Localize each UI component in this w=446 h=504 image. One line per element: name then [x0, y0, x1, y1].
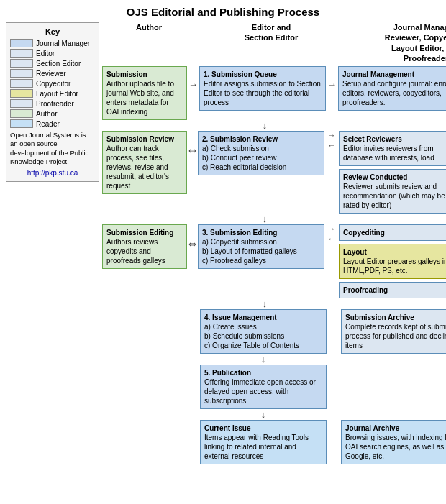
key-row-journal-manager: Journal Manager [10, 39, 95, 47]
key-label-reader: Reader [36, 120, 60, 128]
key-row-reviewer: Reviewer [10, 69, 95, 78]
arrows-row3: ↓ [102, 298, 446, 309]
box-submission-review-author: Submission Review Author can track proce… [102, 131, 187, 194]
key-swatch-proofreader [10, 99, 33, 108]
submission-author-body: Author uploads file to journal Web site,… [106, 79, 183, 116]
current-issue-title: Current Issue [204, 423, 322, 433]
key-row-editor: Editor [10, 49, 95, 58]
key-swatch-copyeditor [10, 79, 33, 88]
row-bottom: Current Issue Items appear with Reading … [102, 420, 446, 464]
arrows-row2: ↓ [102, 214, 446, 224]
box-layout: Layout Layout Editor prepares galleys in… [339, 244, 446, 279]
row-editing: Submission Editing Authors reviews copye… [102, 224, 446, 298]
journal-management-title: Journal Management [342, 70, 446, 79]
arrow-down-2: ↓ [201, 214, 328, 224]
submission-author-title: Submission [106, 70, 183, 79]
row-review: Submission Review Author can track proce… [102, 131, 446, 214]
key-label-section-editor: Section Editor [36, 60, 81, 68]
box-journal-archive: Journal Archive Browsing issues, with in… [341, 420, 446, 464]
box-select-reviewers: Select Reviewers Editor invites reviewer… [339, 131, 446, 166]
journal-archive-title: Journal Archive [345, 423, 446, 433]
submission-queue-body: Editor assigns submission to Section Edi… [204, 79, 322, 107]
arrow-submission-right: → [188, 79, 198, 90]
arrow-editing-right1: → [328, 224, 336, 233]
copyediting-title: Copyediting [343, 228, 446, 237]
arrow-review-dbl: ⇔ [188, 145, 196, 156]
arrow-queue-right: → [327, 79, 337, 90]
row-issue: 4. Issue Management a) Create issues b) … [102, 309, 446, 354]
row-publication: 5. Publication Offering immediate open a… [102, 365, 446, 409]
issue-management-body: a) Create issues b) Schedule submissions… [204, 322, 322, 350]
arrow-down-3: ↓ [201, 299, 328, 308]
box-submission-archive: Submission Archive Complete records kept… [341, 309, 446, 354]
arrow-review-right1: → [328, 131, 336, 139]
box-issue-management: 4. Issue Management a) Create issues b) … [200, 309, 327, 354]
key-label-proofreader: Proofreader [36, 100, 74, 108]
key-row-copyeditor: Copyeditor [10, 79, 95, 88]
row-submission: Submission Author uploads file to journa… [102, 66, 446, 120]
current-issue-body: Items appear with Reading Tools linking … [204, 433, 322, 461]
submission-archive-body: Complete records kept of submission proc… [345, 322, 446, 350]
submission-editing-author-body: Authors reviews copyedits and proofreads… [106, 237, 183, 265]
issue-management-title: 4. Issue Management [204, 313, 322, 322]
arrow-down-5: ↓ [200, 410, 327, 419]
proofreading-title: Proofreading [343, 285, 446, 295]
key-label-reviewer: Reviewer [36, 70, 66, 78]
arrow-review-left1: ← [328, 141, 336, 150]
box-current-issue: Current Issue Items appear with Reading … [200, 420, 327, 464]
arrow-down-4: ↓ [200, 354, 327, 364]
journal-archive-body: Browsing issues, with indexing by OAI se… [345, 433, 446, 461]
key-swatch-editor [10, 49, 33, 58]
diagram-area: Author Editor and Section Editor Journal… [102, 22, 446, 464]
submission-review-body: a) Check submission b) Conduct peer revi… [202, 144, 320, 172]
box-submission-review: 2. Submission Review a) Check submission… [198, 131, 324, 175]
submission-editing-body: a) Copyedit submission b) Layout of form… [202, 237, 320, 265]
publication-title: 5. Publication [204, 368, 322, 377]
key-label-layout-editor: Layout Editor [36, 90, 78, 98]
key-row-author: Author [10, 109, 95, 118]
key-row-proofreader: Proofreader [10, 99, 95, 108]
key-row-reader: Reader [10, 119, 95, 128]
key-label-editor: Editor [36, 50, 55, 58]
box-submission-author: Submission Author uploads file to journa… [102, 66, 187, 120]
column-headers: Author Editor and Section Editor Journal… [102, 22, 446, 63]
col-header-editor: Editor and Section Editor [196, 22, 347, 63]
arrow-down-1: ↓ [201, 121, 328, 130]
arrows-row4: ↓ [102, 354, 446, 365]
journal-management-body: Setup and configure journal: enroll edit… [342, 79, 446, 107]
page-title: OJS Editorial and Publishing Process [6, 6, 440, 18]
box-journal-management: Journal Management Setup and configure j… [338, 66, 446, 111]
submission-review-author-body: Author can track process, see files, rev… [106, 144, 183, 191]
col-header-author: Author [102, 22, 196, 63]
select-reviewers-body: Editor invites reviewers from database w… [343, 144, 446, 162]
key-swatch-section-editor [10, 59, 33, 68]
box-proofreading: Proofreading [339, 282, 446, 298]
layout-body: Layout Editor prepares galleys in HTML,P… [343, 257, 446, 275]
key-swatch-reader [10, 119, 33, 128]
key-title: Key [10, 27, 95, 36]
publication-body: Offering immediate open access or delaye… [204, 377, 322, 406]
key-panel: Key Journal Manager Editor Section Edito… [6, 22, 99, 464]
key-row-layout-editor: Layout Editor [10, 89, 95, 98]
key-swatch-reviewer [10, 69, 33, 78]
submission-review-title: 2. Submission Review [202, 134, 320, 144]
submission-archive-title: Submission Archive [345, 313, 446, 322]
col-header-right: Journal Manager, Reviewer, Copyeditor, L… [347, 22, 446, 63]
key-url[interactable]: http://pkp.sfu.ca [10, 169, 95, 177]
box-copyediting: Copyediting [339, 224, 446, 241]
key-label-journal-manager: Journal Manager [36, 40, 90, 47]
box-review-conducted: Review Conducted Reviewer submits review… [339, 169, 446, 214]
box-submission-queue: 1. Submission Queue Editor assigns submi… [199, 66, 326, 111]
review-conducted-title: Review Conducted [343, 173, 446, 182]
arrows-row5: ↓ [102, 409, 446, 420]
arrow-editing-left1: ← [328, 234, 336, 243]
key-label-copyeditor: Copyeditor [36, 80, 70, 88]
box-submission-editing-author: Submission Editing Authors reviews copye… [102, 224, 187, 269]
box-submission-editing: 3. Submission Editing a) Copyedit submis… [198, 224, 324, 269]
key-note: Open Journal Systems is an open source d… [10, 131, 95, 166]
review-conducted-body: Reviewer submits review and recommendati… [343, 182, 446, 210]
submission-review-author-title: Submission Review [106, 134, 183, 144]
layout-title: Layout [343, 247, 446, 257]
key-swatch-author [10, 109, 33, 118]
arrow-editing-dbl: ⇔ [188, 239, 196, 249]
